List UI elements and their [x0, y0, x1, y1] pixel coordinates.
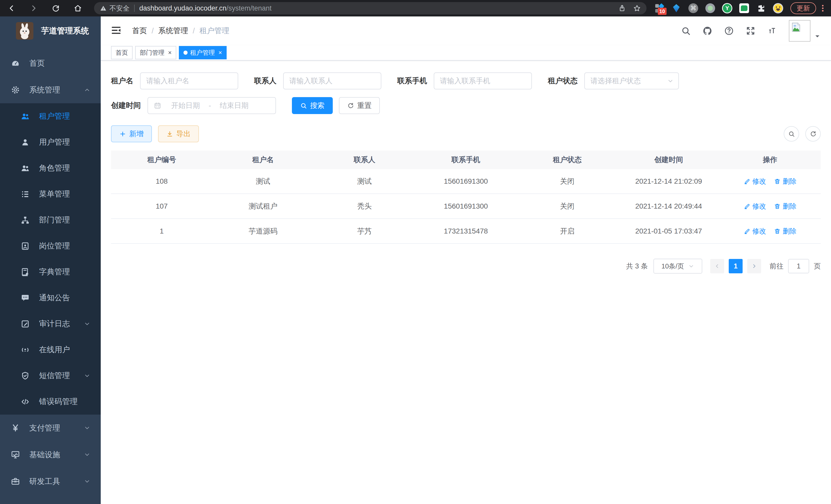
address-bar[interactable]: 不安全 dashboard.yudao.iocoder.cn/system/te…: [94, 2, 647, 14]
status-select[interactable]: [584, 72, 679, 89]
sidebar-item-error-code-management[interactable]: 错误码管理: [0, 389, 101, 415]
tenant-name-input-wrap: [140, 72, 238, 89]
tab-home[interactable]: 首页: [111, 46, 133, 59]
url-text[interactable]: dashboard.yudao.iocoder.cn/system/tenant: [139, 4, 271, 12]
sidebar-item-user-management[interactable]: 用户管理: [0, 129, 101, 155]
refresh-table-button[interactable]: [805, 126, 821, 142]
search-button[interactable]: 搜索: [292, 97, 333, 114]
date-range-picker[interactable]: -: [147, 97, 276, 114]
org-sitemap-icon: [21, 215, 30, 225]
bookmark-star-icon[interactable]: [633, 4, 641, 12]
goto-page-input[interactable]: [788, 259, 809, 273]
profile-avatar-icon[interactable]: [773, 3, 783, 13]
sidebar-item-infrastructure[interactable]: 基础设施: [0, 441, 101, 468]
edit-button[interactable]: 修改: [744, 202, 766, 211]
close-icon[interactable]: ×: [219, 50, 222, 56]
status-select-input[interactable]: [591, 77, 663, 85]
extension-tag-icon[interactable]: 10: [654, 3, 664, 13]
sidebar-item-payment-management[interactable]: 支付管理: [0, 415, 101, 441]
sms-shield-icon: [21, 371, 30, 380]
update-button[interactable]: 更新: [791, 2, 816, 14]
sidebar-item-system-management[interactable]: 系统管理: [0, 77, 101, 103]
delete-button[interactable]: 删除: [774, 177, 797, 186]
close-icon[interactable]: ×: [168, 50, 172, 56]
gear-icon: [11, 85, 20, 94]
extensions-puzzle-icon[interactable]: [756, 3, 766, 13]
online-users-icon: [21, 345, 30, 355]
extension-gem-icon[interactable]: [671, 3, 682, 13]
edit-button[interactable]: 修改: [744, 227, 766, 236]
table-row: 108 测试 测试 15601691300 关闭 2021-12-14 21:0…: [111, 169, 821, 194]
export-button[interactable]: 导出: [158, 125, 199, 142]
sidebar-item-post-management[interactable]: 岗位管理: [0, 233, 101, 259]
fullscreen-icon[interactable]: [746, 26, 755, 36]
back-icon[interactable]: [6, 2, 18, 14]
extension-yudao-icon[interactable]: Y: [722, 3, 732, 13]
user-avatar[interactable]: [789, 20, 821, 41]
create-time-label: 创建时间: [111, 100, 141, 111]
page-size-select[interactable]: 10条/页: [654, 259, 702, 274]
refresh-icon: [347, 102, 354, 109]
collapse-menu-icon[interactable]: [111, 25, 122, 36]
tab-tenant-management[interactable]: 租户管理 ×: [179, 46, 227, 59]
post-badge-icon: [21, 241, 30, 251]
system-submenu: 租户管理 用户管理 角色管理 菜单管理 部门管理: [0, 103, 101, 415]
tenant-users-icon: [21, 112, 30, 121]
column-header: 创建时间: [618, 155, 719, 165]
breadcrumb-system[interactable]: 系统管理: [158, 26, 188, 36]
delete-button[interactable]: 删除: [774, 227, 797, 236]
announcement-icon: [21, 293, 30, 303]
reload-icon[interactable]: [50, 2, 62, 14]
sidebar-item-dict-management[interactable]: 字典管理: [0, 259, 101, 285]
sidebar-item-notice-announcement[interactable]: 通知公告: [0, 285, 101, 311]
reset-button[interactable]: 重置: [339, 97, 380, 114]
refresh-icon: [810, 130, 816, 138]
sidebar-item-sms-management[interactable]: 短信管理: [0, 363, 101, 389]
prev-page-button[interactable]: [710, 259, 724, 273]
font-size-icon[interactable]: [767, 26, 777, 36]
extension-chat-icon[interactable]: [739, 3, 749, 13]
status-value: 关闭: [516, 201, 618, 211]
delete-button[interactable]: 删除: [774, 202, 797, 211]
tab-dept-management[interactable]: 部门管理 ×: [135, 46, 176, 59]
divider: [134, 5, 135, 12]
tags-view: 首页 部门管理 × 租户管理 ×: [101, 45, 831, 61]
caret-down-icon[interactable]: [814, 33, 821, 41]
next-page-button[interactable]: [747, 259, 761, 273]
chevron-right-icon: [751, 263, 757, 269]
contact-input[interactable]: [289, 77, 375, 85]
browser-menu-icon[interactable]: [820, 4, 825, 12]
status-label: 租户状态: [548, 76, 578, 86]
sidebar-item-dev-tools[interactable]: 研发工具: [0, 468, 101, 495]
page-content: 租户名 联系人 联系手机: [101, 61, 831, 504]
date-end-input[interactable]: [213, 101, 255, 110]
github-icon[interactable]: [703, 26, 712, 36]
tenant-name-input[interactable]: [146, 77, 232, 85]
sidebar-item-dept-management[interactable]: 部门管理: [0, 207, 101, 233]
forward-icon[interactable]: [28, 2, 39, 14]
sidebar-item-tenant-management[interactable]: 租户管理: [0, 103, 101, 129]
help-icon[interactable]: [724, 26, 734, 36]
sidebar-item-role-management[interactable]: 角色管理: [0, 155, 101, 181]
page-number-1[interactable]: 1: [729, 259, 743, 273]
breadcrumb-home[interactable]: 首页: [132, 26, 147, 36]
toggle-search-button[interactable]: [784, 126, 799, 142]
sidebar-item-home[interactable]: 首页: [0, 50, 101, 77]
pagination: 共 3 条 10条/页 1 前往 页: [111, 259, 821, 274]
edit-button[interactable]: 修改: [744, 177, 766, 186]
phone-input[interactable]: [440, 77, 526, 85]
sidebar-item-audit-log[interactable]: 审计日志: [0, 311, 101, 337]
search-icon[interactable]: [681, 26, 691, 36]
sidebar-item-online-users[interactable]: 在线用户: [0, 337, 101, 363]
extension-dot-icon[interactable]: [705, 3, 715, 13]
add-button[interactable]: 新增: [111, 125, 152, 142]
extension-command-icon[interactable]: ⌘: [688, 3, 698, 13]
security-label[interactable]: 不安全: [110, 4, 130, 13]
sidebar-item-menu-management[interactable]: 菜单管理: [0, 181, 101, 207]
home-icon[interactable]: [72, 2, 84, 14]
share-icon[interactable]: [618, 4, 626, 12]
table-row: 1 芋道源码 芋艿 17321315478 开启 2021-01-05 17:0…: [111, 219, 821, 244]
date-start-input[interactable]: [165, 101, 206, 110]
devtools-icon: [11, 477, 20, 486]
app-logo[interactable]: 芋道管理系统: [0, 17, 101, 45]
